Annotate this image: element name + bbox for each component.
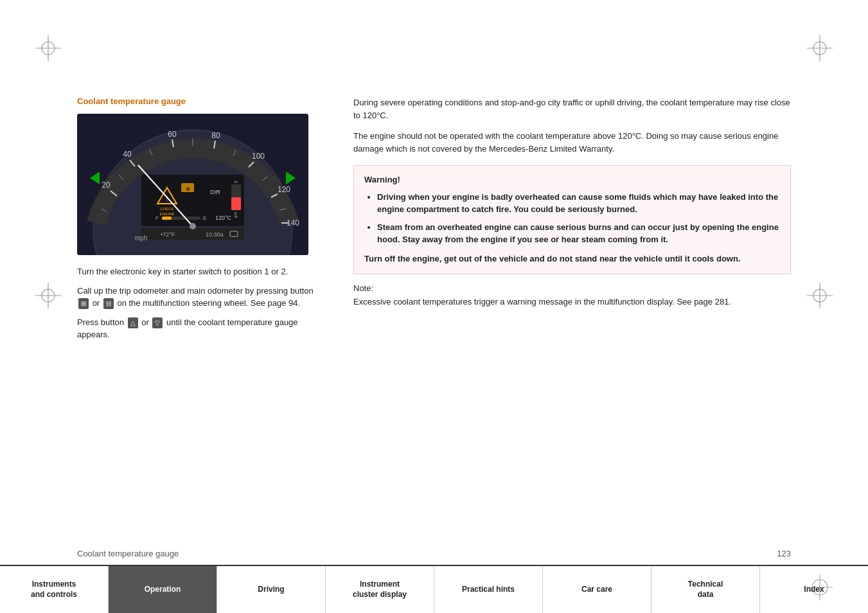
- instruction-3-mid: or: [141, 317, 151, 327]
- left-column: Coolant temperature gauge 20: [77, 96, 321, 517]
- svg-text:10:30a: 10:30a: [206, 231, 224, 238]
- svg-text:40: 40: [123, 150, 132, 159]
- button-icon-2[interactable]: ⊟: [103, 298, 114, 309]
- para-1: During severe operating conditions and s…: [353, 96, 791, 122]
- button-icon-down[interactable]: ▽: [152, 317, 163, 328]
- button-icon-1[interactable]: ⊞: [78, 298, 89, 309]
- warning-list: Driving when your engine is badly overhe…: [364, 191, 780, 246]
- gauge-svg: 20 40 60 80 100 120 140: [77, 114, 308, 255]
- svg-text:E: E: [203, 215, 206, 221]
- right-column: During severe operating conditions and s…: [347, 96, 791, 517]
- footer-area: Coolant temperature gauge 123 Instrument…: [0, 536, 868, 613]
- instruction-2-post: on the multifunction steering wheel. See…: [117, 298, 300, 308]
- svg-text:N: N: [235, 215, 237, 218]
- svg-rect-53: [162, 217, 172, 220]
- nav-instrument-cluster[interactable]: Instrumentcluster display: [326, 566, 434, 613]
- svg-text:20: 20: [102, 181, 111, 190]
- svg-text:CHECK: CHECK: [160, 207, 173, 211]
- nav-driving[interactable]: Driving: [217, 566, 326, 613]
- nav-operation[interactable]: Operation: [109, 566, 217, 613]
- svg-rect-61: [141, 228, 244, 240]
- nav-instruments-controls[interactable]: Instrumentsand controls: [0, 566, 109, 613]
- warning-title: Warning!: [364, 175, 780, 184]
- svg-text:140: 140: [287, 218, 299, 227]
- svg-text:120°C: 120°C: [215, 215, 232, 221]
- nav-index[interactable]: Index: [760, 566, 868, 613]
- svg-point-67: [190, 223, 196, 229]
- note-label: Note:: [353, 283, 791, 293]
- svg-text:ENGINE: ENGINE: [159, 212, 174, 216]
- instruction-3-pre: Press button: [77, 317, 124, 327]
- svg-text:H: H: [235, 180, 237, 184]
- note-text: Excessive coolant temperatures trigger a…: [353, 296, 791, 308]
- svg-text:DIR: DIR: [210, 189, 220, 195]
- para-2: The engine should not be operated with t…: [353, 130, 791, 155]
- instruction-2-pre: Call up the trip odometer and main odome…: [77, 286, 314, 296]
- nav-technical-data[interactable]: Technicaldata: [651, 566, 760, 613]
- footer-page-label: Coolant temperature gauge: [77, 549, 777, 558]
- svg-rect-57: [231, 197, 241, 210]
- page-number: 123: [777, 549, 791, 558]
- svg-text:•72°F: •72°F: [161, 231, 175, 238]
- svg-text:⚙: ⚙: [186, 186, 190, 192]
- nav-bar: Instrumentsand controls Operation Drivin…: [0, 565, 868, 613]
- instruction-2-mid: or: [93, 298, 102, 308]
- nav-car-care[interactable]: Car care: [543, 566, 651, 613]
- warning-item-2: Steam from an overheated engine can caus…: [377, 221, 780, 246]
- warning-item-1: Driving when your engine is badly overhe…: [377, 191, 780, 216]
- instruction-2: Call up the trip odometer and main odome…: [77, 285, 321, 310]
- nav-practical-hints[interactable]: Practical hints: [434, 566, 543, 613]
- svg-text:60: 60: [168, 130, 177, 139]
- warning-bold-line: Turn off the engine, get out of the vehi…: [364, 253, 780, 265]
- button-icon-up[interactable]: △: [128, 317, 138, 328]
- instruction-3: Press button △ or ▽ until the coolant te…: [77, 316, 321, 341]
- svg-text:mph: mph: [135, 235, 147, 242]
- section-title: Coolant temperature gauge: [77, 96, 321, 106]
- svg-text:100: 100: [252, 152, 265, 161]
- svg-text:80: 80: [211, 131, 220, 140]
- page-number-line: Coolant temperature gauge 123: [0, 549, 868, 558]
- svg-text:F: F: [155, 215, 159, 221]
- gauge-image: 20 40 60 80 100 120 140: [77, 114, 308, 255]
- svg-text:120: 120: [278, 185, 290, 194]
- instruction-1: Turn the electronic key in starter switc…: [77, 265, 321, 278]
- warning-box: Warning! Driving when your engine is bad…: [353, 165, 791, 275]
